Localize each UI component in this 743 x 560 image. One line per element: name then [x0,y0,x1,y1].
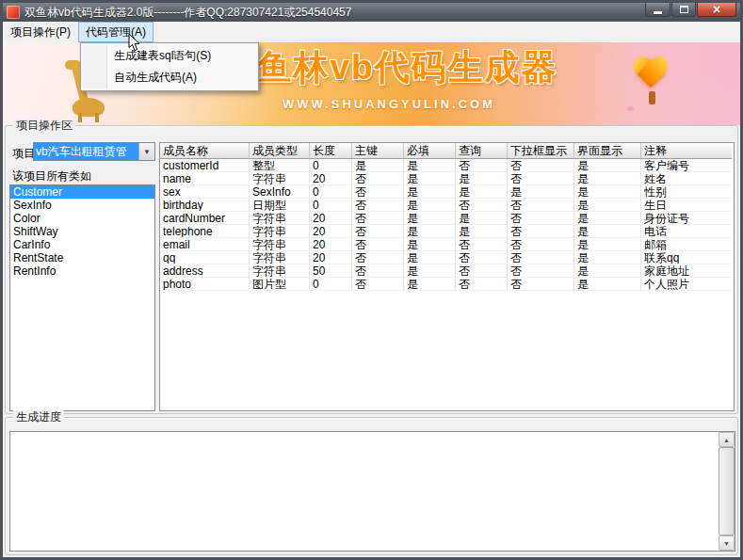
column-header[interactable]: 成员类型 [250,143,310,159]
list-item[interactable]: RentInfo [10,264,154,278]
table-row[interactable]: name字符串20否是是否是姓名 [160,172,734,185]
column-header[interactable]: 必填 [404,143,456,159]
table-row[interactable]: sexSexInfo0否是是是是性别 [160,185,734,199]
table-row[interactable]: customerId整型0是是否否是客户编号 [160,159,734,172]
table-cell: 生日 [641,199,732,212]
table-row[interactable]: address字符串50否是否否是家庭地址 [160,264,734,278]
table-cell: 是 [456,225,508,238]
code-management-dropdown: 生成建表sql语句(S)自动生成代码(A) [80,42,259,91]
list-item[interactable]: Color [10,212,154,225]
table-cell: 是 [508,185,574,199]
members-table: 成员名称成员类型长度主键必填查询下拉框显示界面显示注释 customerId整型… [159,142,735,411]
column-header[interactable]: 成员名称 [160,143,250,159]
table-cell: 联系qq [641,251,732,264]
table-cell: name [160,172,250,185]
table-cell: 是 [404,225,456,238]
table-cell: 否 [508,251,574,264]
maximize-icon [680,6,688,13]
list-item[interactable]: SexInfo [10,199,154,212]
scrollbar-thumb[interactable] [719,447,735,536]
app-window: 双鱼林vb代码生成器2.0版--------作者QQ:287307421或254… [0,0,743,560]
chevron-down-icon: ▼ [143,148,151,156]
list-item[interactable]: RentState [10,251,154,264]
table-cell: 20 [310,251,352,264]
table-cell: 是 [404,251,456,264]
tree-trunk [649,91,655,104]
scroll-up-button[interactable]: ▲ [719,432,735,447]
combo-dropdown-button[interactable]: ▼ [138,143,154,160]
list-item[interactable]: Customer [10,185,154,199]
column-header[interactable]: 查询 [456,143,508,159]
table-cell: 否 [352,238,404,251]
table-cell: 邮箱 [641,238,732,251]
table-cell: 身份证号 [641,212,732,225]
table-cell: 字符串 [250,251,310,264]
table-cell: 否 [456,238,508,251]
list-item[interactable]: ShiftWay [10,225,154,238]
table-body: customerId整型0是是否否是客户编号name字符串20否是是否是姓名se… [160,159,734,291]
table-cell: telephone [160,225,250,238]
class-listbox[interactable]: CustomerSexInfoColorShiftWayCarInfoRentS… [9,184,155,411]
table-cell: qq [160,251,250,264]
table-cell: 客户编号 [641,159,732,172]
window-title: 双鱼林vb代码生成器2.0版--------作者QQ:287307421或254… [24,5,351,21]
table-cell: 字符串 [250,238,310,251]
table-row[interactable]: birthday日期型0否是否否是生日 [160,199,734,212]
menu-bar: 项目操作(P) 代码管理(A) [3,22,740,42]
progress-output-area[interactable]: ▲ ▼ [9,431,735,552]
scroll-down-button[interactable]: ▼ [719,536,735,551]
column-header[interactable]: 界面显示 [574,143,641,159]
dropdown-menu-item[interactable]: 自动生成代码(A) [82,67,257,88]
table-cell: 否 [352,225,404,238]
column-header[interactable]: 注释 [641,143,732,159]
column-header[interactable]: 主键 [352,143,404,159]
table-row[interactable]: qq字符串20否是否否是联系qq [160,251,734,264]
table-cell: photo [160,278,250,291]
maximize-button[interactable] [671,3,696,17]
table-cell: 是 [456,185,508,199]
table-cell: 0 [310,185,352,199]
table-cell: 否 [508,212,574,225]
table-cell: 20 [310,238,352,251]
table-row[interactable]: cardNumber字符串20否是是否是身份证号 [160,212,734,225]
close-icon: × [713,4,720,16]
menu-item-code-management[interactable]: 代码管理(A) [78,22,153,42]
table-cell: 50 [310,264,352,278]
menu-item-project-operations[interactable]: 项目操作(P) [3,22,78,42]
table-row[interactable]: telephone字符串20否是是否是电话 [160,225,734,238]
table-cell: 是 [404,238,456,251]
table-cell: 是 [456,212,508,225]
project-combobox[interactable]: vb汽车出租租赁管 ▼ [33,142,155,161]
table-cell: 是 [574,225,641,238]
close-button[interactable]: × [697,3,736,17]
dropdown-menu-item[interactable]: 生成建表sql语句(S) [82,45,257,67]
table-cell: 20 [310,212,352,225]
table-row[interactable]: email字符串20否是否否是邮箱 [160,238,734,251]
table-cell: 否 [352,185,404,199]
table-cell: 整型 [250,159,310,172]
project-combobox-value: vb汽车出租租赁管 [34,143,138,160]
table-cell: customerId [160,159,250,172]
column-header[interactable]: 下拉框显示 [508,143,574,159]
project-group-label: 项目操作区 [13,119,75,132]
list-item[interactable]: CarInfo [10,238,154,251]
table-cell: 是 [404,199,456,212]
minimize-button[interactable] [645,3,670,17]
table-cell: 是 [574,159,641,172]
column-header[interactable]: 长度 [310,143,352,159]
table-cell: 0 [310,159,352,172]
table-cell: 否 [456,199,508,212]
minimize-icon [654,11,662,14]
table-cell: 否 [352,212,404,225]
table-cell: 否 [456,264,508,278]
table-cell: 否 [508,264,574,278]
petal-decoration [627,106,634,111]
table-cell: 姓名 [641,172,732,185]
progress-group-label: 生成进度 [13,410,64,424]
table-cell: 是 [404,185,456,199]
table-cell: 是 [404,159,456,172]
table-cell: 是 [574,264,641,278]
table-row[interactable]: photo图片型0否是否否是个人照片 [160,278,734,291]
table-cell: 是 [574,251,641,264]
vertical-scrollbar[interactable]: ▲ ▼ [719,432,735,551]
